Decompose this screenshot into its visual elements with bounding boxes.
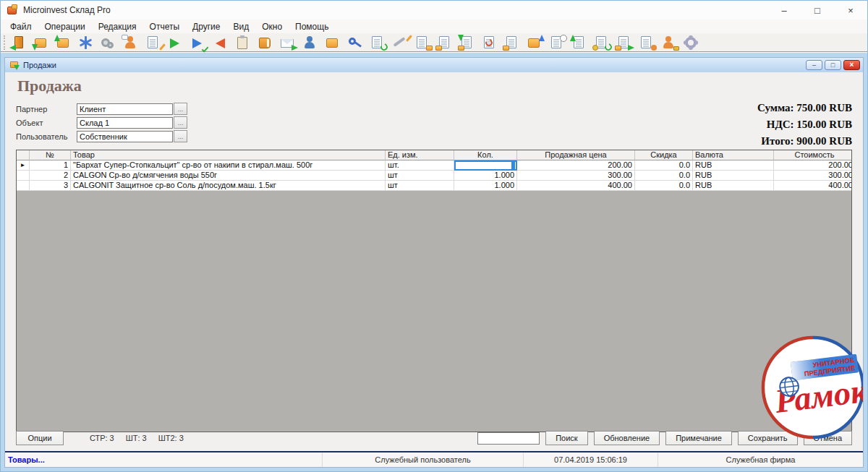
cell-num[interactable]: 1 — [30, 160, 71, 171]
column-header-price[interactable]: Продажная цена — [517, 150, 635, 160]
cell-product[interactable]: CALGON Ср-во д/смягчения воды 550г — [71, 171, 386, 181]
menu-item-others[interactable]: Другие — [186, 21, 226, 33]
toolbar-new-operation-icon[interactable] — [53, 34, 75, 51]
toolbar-services-icon[interactable] — [75, 34, 98, 51]
options-button[interactable]: Опции — [16, 431, 64, 445]
toolbar-document-transfer-icon[interactable] — [569, 34, 591, 51]
cell-currency[interactable]: RUB — [693, 160, 774, 171]
column-header-unit[interactable]: Ед. изм. — [386, 150, 454, 160]
table-row[interactable]: 3CALGONIT Защитное ср-во Соль д/посудом.… — [17, 181, 851, 191]
toolbar-exit-door-icon[interactable] — [8, 34, 30, 51]
toolbar-next-operation-icon[interactable] — [165, 34, 187, 51]
toolbar-access-keys-icon[interactable] — [344, 34, 367, 51]
column-header-currency[interactable]: Валюта — [693, 150, 774, 160]
toolbar-document-refresh-icon[interactable] — [479, 34, 501, 51]
toolbar-clipboard-icon[interactable] — [232, 34, 255, 51]
cell-price[interactable]: 300.00 — [517, 171, 635, 181]
menu-item-editing[interactable]: Редакция — [92, 21, 143, 33]
menu-item-view[interactable]: Вид — [226, 21, 255, 33]
cell-discount[interactable]: 0.0 — [635, 181, 693, 191]
toolbar-production-icon[interactable] — [98, 34, 120, 51]
cell-unit[interactable]: шт. — [386, 160, 454, 171]
menu-item-operations[interactable]: Операции — [38, 21, 92, 33]
toolbar-grip[interactable] — [4, 35, 5, 50]
toolbar-instruments-icon[interactable] — [389, 34, 412, 51]
toolbar-open-operation-icon[interactable] — [30, 34, 53, 51]
refresh-button[interactable]: Обновление — [594, 431, 660, 445]
toolbar-goods-import-icon[interactable] — [456, 34, 479, 51]
status-user: Служебный пользователь — [322, 452, 523, 467]
cell-product[interactable]: "Бархат Супер-Стопкальцит" ср-во от наки… — [71, 160, 386, 171]
search-button[interactable]: Поиск — [545, 431, 587, 445]
sales-window-titlebar[interactable]: Продажи – □ × — [5, 58, 863, 72]
cell-discount[interactable]: 0.0 — [635, 160, 693, 171]
status-context[interactable]: Товары... — [5, 452, 322, 467]
cell-total[interactable]: 300.00 — [774, 171, 852, 181]
toolbar-partners-icon[interactable] — [120, 34, 142, 51]
toolbar-users-icon[interactable] — [299, 34, 322, 51]
sales-close-button[interactable]: × — [843, 60, 860, 70]
toolbar-delivery-note-icon[interactable] — [434, 34, 456, 51]
cell-unit[interactable]: шт — [386, 171, 454, 181]
cell-unit[interactable]: шт — [386, 181, 454, 191]
menu-item-file[interactable]: Файл — [4, 21, 38, 33]
toolbar-document-save-icon[interactable] — [501, 34, 524, 51]
close-button[interactable]: × — [834, 1, 867, 20]
cell-discount[interactable]: 0.0 — [635, 171, 693, 181]
cell-price[interactable]: 200.00 — [517, 160, 635, 171]
toolbar-address-book-icon[interactable] — [255, 34, 277, 51]
table-row[interactable]: 2CALGON Ср-во д/смягчения воды 550гшт1.0… — [17, 171, 851, 181]
column-header-qty[interactable]: Кол. — [454, 150, 517, 160]
document-header-form: Партнер...Объект...Пользователь... — [16, 102, 852, 143]
row-selector[interactable] — [17, 171, 30, 181]
column-header-product[interactable]: Товар — [71, 150, 386, 160]
grid-corner — [17, 150, 30, 160]
column-header-total[interactable]: Стоимость — [774, 150, 852, 160]
cell-total[interactable]: 200.00 — [774, 160, 852, 171]
toolbar-document-editor-icon[interactable] — [142, 34, 165, 51]
sales-minimize-button[interactable]: – — [806, 60, 822, 70]
toolbar-confirm-operation-icon[interactable] — [187, 34, 210, 51]
cell-currency[interactable]: RUB — [693, 181, 774, 191]
search-input[interactable] — [477, 432, 540, 445]
table-row[interactable]: ►1"Бархат Супер-Стопкальцит" ср-во от на… — [17, 160, 851, 171]
cell-price[interactable]: 400.00 — [517, 181, 635, 191]
maximize-button[interactable]: □ — [801, 1, 834, 20]
cell-qty[interactable] — [454, 160, 517, 171]
toolbar-send-mail-icon[interactable] — [277, 34, 299, 51]
toolbar-previous-operation-icon[interactable] — [210, 34, 232, 51]
toolbar-goods-export-icon[interactable] — [524, 34, 546, 51]
column-header-num[interactable]: № — [30, 150, 71, 160]
object-browse-button[interactable]: ... — [174, 116, 187, 129]
user-input[interactable] — [77, 131, 173, 142]
cell-num[interactable]: 3 — [30, 181, 71, 191]
object-input[interactable] — [77, 117, 173, 129]
partner-browse-button[interactable]: ... — [174, 103, 187, 115]
row-selector[interactable]: ► — [17, 160, 30, 171]
toolbar-scheduled-report-icon[interactable] — [546, 34, 569, 51]
toolbar-payments-icon[interactable] — [591, 34, 613, 51]
toolbar-invoice-goods-icon[interactable] — [412, 34, 434, 51]
toolbar-goods-recycle-icon[interactable] — [367, 34, 389, 51]
cell-product[interactable]: CALGONIT Защитное ср-во Соль д/посудом.м… — [71, 181, 386, 191]
cell-total[interactable]: 400.00 — [774, 181, 852, 191]
cell-qty[interactable]: 1.000 — [454, 181, 517, 191]
cell-qty[interactable]: 1.000 — [454, 171, 517, 181]
user-browse-button[interactable]: ... — [174, 130, 187, 142]
partner-input[interactable] — [77, 103, 173, 115]
column-header-discount[interactable]: Скидка — [635, 150, 693, 160]
toolbar-goods-receipt-icon[interactable] — [613, 34, 636, 51]
cell-num[interactable]: 2 — [30, 171, 71, 181]
toolbar-user-security-icon[interactable] — [658, 34, 681, 51]
menu-item-window[interactable]: Окно — [255, 21, 289, 33]
sales-maximize-button[interactable]: □ — [825, 60, 841, 70]
row-selector[interactable] — [17, 181, 30, 191]
toolbar-user-report-icon[interactable] — [636, 34, 658, 51]
menu-item-reports[interactable]: Отчеты — [143, 21, 186, 33]
toolbar-settings-icon[interactable] — [681, 34, 703, 51]
cell-currency[interactable]: RUB — [693, 171, 774, 181]
minimize-button[interactable]: – — [767, 1, 801, 20]
note-button[interactable]: Примечание — [665, 431, 732, 445]
menu-item-help[interactable]: Помощь — [289, 21, 335, 33]
toolbar-goods-icon[interactable] — [322, 34, 344, 51]
